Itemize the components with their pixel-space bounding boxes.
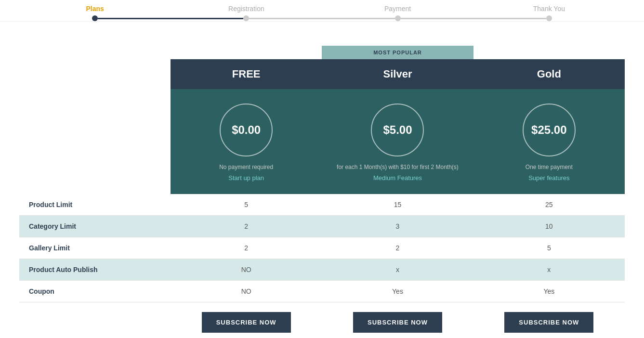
step-label-thankyou: Thank You (533, 5, 565, 13)
most-popular-row: MOST POPULAR (19, 46, 625, 59)
price-row: $0.00 No payment required Start up plan … (19, 89, 625, 194)
features-body: Product Limit51525Category Limit2310Gall… (19, 194, 625, 338)
price-section-silver: $5.00 for each 1 Month(s) with $10 for f… (322, 89, 473, 194)
price-feature-free[interactable]: Start up plan (228, 174, 264, 182)
step-label-plans: Plans (86, 5, 104, 13)
most-popular-banner: MOST POPULAR (322, 46, 473, 59)
price-feature-silver[interactable]: Medium Features (373, 174, 422, 182)
feature-value-4-2: Yes (473, 281, 625, 302)
feature-value-1-0: 2 (171, 216, 322, 237)
stepper: Plans Registration Payment (19, 5, 625, 21)
step-dot-thankyou (546, 15, 552, 21)
feature-row-1: Category Limit2310 (19, 216, 625, 237)
subscribe-cell-silver: SUBSCRIBE NOW (322, 302, 473, 338)
feature-value-1-2: 10 (473, 216, 625, 237)
feature-value-0-2: 25 (473, 194, 625, 216)
step-label-payment: Payment (384, 5, 411, 13)
price-circle-silver: $5.00 (371, 104, 424, 156)
step-line-after-plans (98, 18, 171, 19)
feature-value-4-1: Yes (322, 281, 473, 302)
feature-label-4: Coupon (19, 281, 171, 302)
subscribe-empty-label (19, 302, 171, 338)
feature-label-1: Category Limit (19, 216, 171, 237)
feature-row-3: Product Auto PublishNOxx (19, 259, 625, 281)
price-subtitle-free: No payment required (180, 164, 312, 170)
plan-header-free: FREE (171, 59, 322, 89)
price-circle-gold: $25.00 (523, 104, 576, 156)
step-label-registration: Registration (228, 5, 264, 13)
feature-label-3: Product Auto Publish (19, 259, 171, 281)
step-dot-registration (243, 15, 249, 21)
step-dot-plans (92, 15, 98, 21)
step-line-after-payment (401, 18, 473, 19)
price-value-gold: $25.00 (531, 123, 566, 137)
feature-value-2-0: 2 (171, 237, 322, 259)
feature-value-1-1: 3 (322, 216, 473, 237)
step-plans[interactable]: Plans (19, 5, 171, 21)
feature-value-0-0: 5 (171, 194, 322, 216)
subscribe-row: SUBSCRIBE NOWSUBSCRIBE NOWSUBSCRIBE NOW (19, 302, 625, 338)
step-registration[interactable]: Registration (171, 5, 322, 21)
empty-label-cell (19, 46, 171, 59)
step-dot-payment (395, 15, 401, 21)
price-subtitle-silver: for each 1 Month(s) with $10 for first 2… (331, 164, 463, 170)
price-value-free: $0.00 (232, 123, 261, 137)
feature-value-2-2: 5 (473, 237, 625, 259)
feature-row-4: CouponNOYesYes (19, 281, 625, 302)
stepper-wrapper: Plans Registration Payment (0, 0, 644, 22)
empty-header-label (19, 59, 171, 89)
plan-header-row: FREE Silver Gold (19, 59, 625, 89)
feature-value-3-2: x (473, 259, 625, 281)
empty-free-banner (171, 46, 322, 59)
price-section-free: $0.00 No payment required Start up plan (171, 89, 322, 194)
subscribe-button-silver[interactable]: SUBSCRIBE NOW (353, 312, 442, 333)
feature-value-3-1: x (322, 259, 473, 281)
subscribe-cell-free: SUBSCRIBE NOW (171, 302, 322, 338)
feature-value-4-0: NO (171, 281, 322, 302)
most-popular-banner-cell: MOST POPULAR (322, 46, 473, 59)
feature-value-2-1: 2 (322, 237, 473, 259)
price-section-gold: $25.00 One time payment Super features (473, 89, 625, 194)
plan-header-silver: Silver (322, 59, 473, 89)
empty-gold-banner (473, 46, 625, 59)
subscribe-cell-gold: SUBSCRIBE NOW (473, 302, 625, 338)
step-thankyou[interactable]: Thank You (473, 5, 625, 21)
feature-row-0: Product Limit51525 (19, 194, 625, 216)
feature-value-0-1: 15 (322, 194, 473, 216)
feature-row-2: Gallery Limit225 (19, 237, 625, 259)
empty-price-label (19, 89, 171, 194)
price-subtitle-gold: One time payment (483, 164, 615, 170)
subscribe-button-gold[interactable]: SUBSCRIBE NOW (504, 312, 593, 333)
step-line-after-registration (249, 18, 322, 19)
price-feature-gold[interactable]: Super features (528, 174, 569, 182)
price-circle-free: $0.00 (220, 104, 273, 156)
main-content: MOST POPULAR FREE Silver Gold $0.00 (0, 22, 644, 338)
pricing-table: MOST POPULAR FREE Silver Gold $0.00 (19, 46, 625, 338)
feature-label-2: Gallery Limit (19, 237, 171, 259)
price-value-silver: $5.00 (383, 123, 412, 137)
feature-label-0: Product Limit (19, 194, 171, 216)
subscribe-button-free[interactable]: SUBSCRIBE NOW (202, 312, 291, 333)
feature-value-3-0: NO (171, 259, 322, 281)
plan-header-gold: Gold (473, 59, 625, 89)
step-payment[interactable]: Payment (322, 5, 473, 21)
